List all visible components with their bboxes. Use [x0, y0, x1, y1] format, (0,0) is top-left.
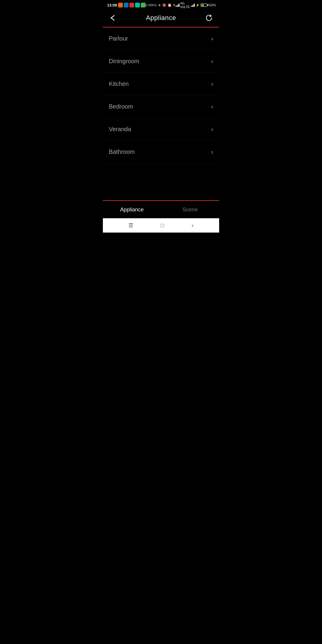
app-icon-1	[118, 3, 123, 7]
room-name-kitchen: Kitchen	[109, 80, 129, 87]
bluetooth-icon: ★	[158, 3, 161, 7]
svg-rect-0	[111, 18, 111, 18]
tab-label-scene: Scene	[182, 207, 198, 213]
app-icon-5	[141, 3, 145, 7]
room-item-veranda[interactable]: Veranda ›	[103, 118, 219, 141]
signal-bars-2	[191, 3, 195, 7]
tab-appliance[interactable]: Appliance	[103, 201, 161, 218]
room-item-bedroom[interactable]: Bedroom ›	[103, 95, 219, 118]
chevron-icon-diningroom: ›	[211, 58, 213, 65]
status-right: 4G VoLTE ⚡ 52%	[176, 1, 216, 9]
network-type: 4G VoLTE	[180, 1, 190, 9]
nav-home-button[interactable]: □	[161, 222, 164, 229]
charging-icon: ⚡	[196, 3, 200, 7]
chevron-icon-kitchen: ›	[211, 80, 213, 87]
tab-label-appliance: Appliance	[120, 207, 144, 213]
status-bar: 13:09 0.00K/s ★ 🔕 ⏰ ⇅ 4G VoLTE ⚡	[103, 0, 219, 10]
app-icon-2	[124, 3, 129, 7]
status-time: 13:09	[107, 3, 117, 7]
home-icon: □	[161, 222, 164, 229]
network-speed: 0.00K/s	[145, 3, 157, 7]
android-nav-bar: ☰ □ ‹	[103, 218, 219, 233]
app-icon-4	[135, 3, 140, 7]
menu-icon: ☰	[129, 222, 133, 229]
data-icon: ⇅	[173, 3, 176, 7]
room-name-bedroom: Bedroom	[109, 103, 133, 110]
tab-scene[interactable]: Scene	[161, 201, 219, 218]
app-header: Appliance	[103, 10, 219, 27]
back-button[interactable]	[108, 13, 118, 23]
status-center: 0.00K/s ★ 🔕 ⏰ ⇅	[145, 3, 175, 7]
nav-back-button[interactable]: ‹	[192, 222, 193, 229]
chevron-icon-parlour: ›	[211, 35, 213, 42]
back-icon: ‹	[192, 222, 193, 229]
signal-bars-1	[176, 3, 179, 7]
battery-icon	[201, 4, 208, 7]
alarm-icon: ⏰	[168, 3, 172, 7]
room-name-parlour: Parlour	[109, 35, 128, 42]
status-app-icons	[118, 3, 145, 7]
app-icon-3	[129, 3, 134, 7]
status-left: 13:09	[107, 3, 145, 7]
refresh-button[interactable]	[204, 13, 214, 23]
chevron-icon-bedroom: ›	[211, 103, 213, 110]
room-name-diningroom: Diningroom	[109, 58, 139, 65]
nav-menu-button[interactable]: ☰	[129, 222, 133, 229]
room-item-diningroom[interactable]: Diningroom ›	[103, 50, 219, 73]
room-item-kitchen[interactable]: Kitchen ›	[103, 73, 219, 95]
battery-percent: 52%	[209, 3, 216, 7]
bottom-tab-bar: ApplianceScene	[103, 200, 219, 218]
room-name-veranda: Veranda	[109, 126, 131, 133]
room-list: Parlour › Diningroom › Kitchen › Bedroom…	[103, 27, 219, 200]
chevron-icon-veranda: ›	[211, 126, 213, 133]
room-item-bathroom[interactable]: Bathroom ›	[103, 141, 219, 163]
room-item-parlour[interactable]: Parlour ›	[103, 27, 219, 50]
chevron-icon-bathroom: ›	[211, 148, 213, 155]
room-name-bathroom: Bathroom	[109, 148, 135, 155]
page-title: Appliance	[146, 14, 176, 22]
mute-icon: 🔕	[162, 3, 166, 7]
